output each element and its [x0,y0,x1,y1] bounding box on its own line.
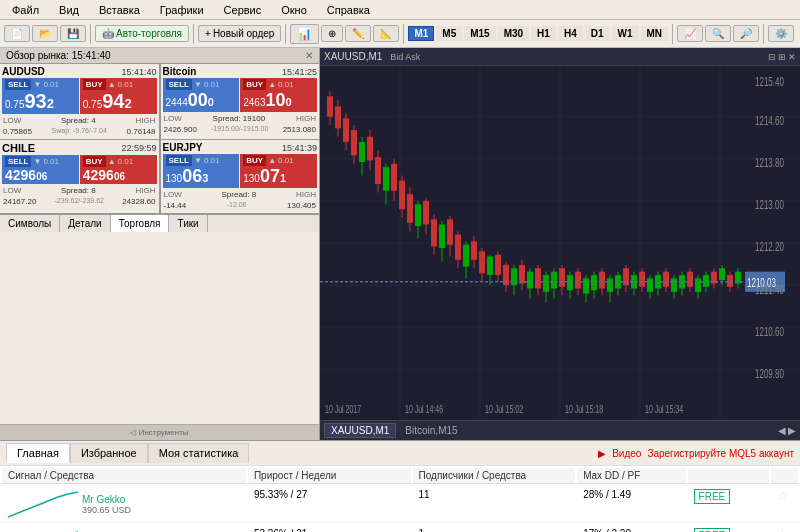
menu-charts[interactable]: Графики [156,3,208,17]
signal-1-star[interactable]: ☆ [777,489,788,503]
svg-text:1214.60: 1214.60 [755,113,784,128]
chart-scroll-right[interactable]: ▶ [788,425,796,436]
svg-text:10 Jul 14:46: 10 Jul 14:46 [405,402,443,415]
signal-2-subscribe[interactable]: FREE [694,528,731,532]
audusd-buy-price: 0.75 94 2 [83,90,154,113]
chile-buy-sup: 06 [114,171,125,182]
tab-details[interactable]: Детали [60,215,110,232]
svg-rect-105 [695,278,701,291]
audusd-sell-sup: 2 [47,96,54,111]
chile-sell-area[interactable]: SELL ▼ 0.01 4296 06 [2,155,79,184]
eurjpy-buy-label[interactable]: BUY [243,155,266,166]
signals-tab-home[interactable]: Главная [6,443,70,463]
eurjpy-buy-area[interactable]: BUY ▲ 0.01 130 07 1 [240,154,317,188]
btc-name[interactable]: Bitcoin [163,66,197,77]
chart-tool-2[interactable]: ⊕ [321,25,343,42]
btc-sell-label[interactable]: SELL [166,79,192,90]
chart-maximize[interactable]: ⊞ [778,52,786,62]
svg-rect-19 [351,130,357,155]
sidebar-toggle-btn[interactable]: ◁ Инструменты [0,424,319,440]
tf-w1[interactable]: W1 [612,26,639,41]
audusd-spread: Spread: 4 [61,116,96,125]
ticker-chile: CHILE 22:59:59 SELL ▼ 0.01 4296 [0,140,160,213]
menu-file[interactable]: Файл [8,3,43,17]
register-link[interactable]: Зарегистрируйте MQL5 аккаунт [647,448,794,459]
tab-trading[interactable]: Торговля [111,215,170,232]
menu-window[interactable]: Окно [277,3,311,17]
zoom-out-button[interactable]: 🔎 [733,25,759,42]
audusd-buy-area[interactable]: BUY ▲ 0.01 0.75 94 2 [80,78,157,114]
tf-h4[interactable]: H4 [558,26,583,41]
signal-1-star-cell: ☆ [771,486,798,523]
btc-sell-delta: ▼ [194,80,202,89]
open-button[interactable]: 📂 [32,25,58,42]
btc-sell-area[interactable]: SELL ▼ 0.01 2444 00 0 [163,78,240,112]
properties-button[interactable]: ⚙️ [768,25,794,42]
eurjpy-sell-prefix: 130 [166,173,183,184]
tab-ticks[interactable]: Тики [169,215,207,232]
svg-rect-93 [647,278,653,291]
signals-tab-my-stats[interactable]: Моя статистика [148,443,250,463]
tf-m15[interactable]: M15 [464,26,495,41]
chart-tool-4[interactable]: 📐 [373,25,399,42]
btc-buy-label[interactable]: BUY [243,79,266,90]
tf-mn[interactable]: MN [641,26,669,41]
signal-1-sparkline [8,489,78,519]
audusd-name[interactable]: AUDUSD [2,66,45,77]
signals-links: ▶ Видео Зарегистрируйте MQL5 аккаунт [598,448,794,459]
signal-2-subscribers: 1 [413,525,576,532]
tf-d1[interactable]: D1 [585,26,610,41]
chart-scroll-left[interactable]: ◀ [778,425,786,436]
auto-trading-button[interactable]: 🤖 Авто-торговля [95,25,189,42]
menu-help[interactable]: Справка [323,3,374,17]
btc-sell-big: 00 [188,90,208,111]
audusd-buy-label[interactable]: BUY [83,79,106,90]
tab-symbols[interactable]: Символы [0,215,60,232]
eurjpy-buy-prefix: 130 [243,173,260,184]
signals-tab-favorites[interactable]: Избранное [70,443,148,463]
main-toolbar: 📄 📂 💾 🤖 Авто-торговля + Новый ордер 📊 ⊕ … [0,20,800,48]
eurjpy-sell-area[interactable]: SELL ▼ 0.01 130 06 3 [163,154,240,188]
signal-1-subscribe[interactable]: FREE [694,489,731,504]
eurjpy-buy-sup: 1 [280,172,286,184]
indicator-button[interactable]: 📈 [677,25,703,42]
chile-buy-area[interactable]: BUY ▲ 0.01 4296 06 [80,155,157,184]
new-chart-button[interactable]: 📄 [4,25,30,42]
tf-h1[interactable]: H1 [531,26,556,41]
audusd-sell-area[interactable]: SELL ▼ 0.01 0.75 93 2 [2,78,79,114]
zoom-in-button[interactable]: 🔍 [705,25,731,42]
audusd-sell-label[interactable]: SELL [5,79,31,90]
svg-rect-41 [439,224,445,248]
tf-m30[interactable]: M30 [498,26,529,41]
menu-view[interactable]: Вид [55,3,83,17]
eurjpy-name[interactable]: EURJPY [163,142,203,153]
menu-insert[interactable]: Вставка [95,3,144,17]
chile-name[interactable]: CHILE [2,142,35,154]
btc-buy-area[interactable]: BUY ▲ 0.01 2463 10 0 [240,78,317,112]
new-order-button[interactable]: + Новый ордер [198,25,281,42]
chart-tab-xauusd[interactable]: XAUUSD,M1 [324,423,396,438]
svg-text:1215.40: 1215.40 [755,74,784,89]
market-watch-close[interactable]: ✕ [305,50,313,61]
save-button[interactable]: 💾 [60,25,86,42]
tf-m5[interactable]: M5 [436,26,462,41]
video-link[interactable]: Видео [612,448,641,459]
chart-tool-3[interactable]: ✏️ [345,25,371,42]
signal-1-name[interactable]: Mr Gekko [82,494,131,505]
menu-service[interactable]: Сервис [220,3,266,17]
chile-sell-label[interactable]: SELL [5,156,31,167]
chile-buy-label[interactable]: BUY [83,156,106,167]
eurjpy-sell-label[interactable]: SELL [166,155,192,166]
tf-m1[interactable]: M1 [408,26,434,41]
eurjpy-spread: Spread: 8 [222,190,257,199]
chart-symbol-label: XAUUSD,M1 [324,51,382,62]
chart-tab-bitcoin[interactable]: Bitcoin,M15 [398,423,464,438]
chart-minimize[interactable]: ⊟ [768,52,776,62]
col-growth: Прирост / Недели [248,468,411,484]
signals-tabs: Главная Избранное Моя статистика [6,443,249,463]
signal-2-star[interactable]: ☆ [777,528,788,532]
svg-rect-27 [383,167,389,191]
chart-close[interactable]: ✕ [788,52,796,62]
chart-canvas[interactable]: 1210.03 10 Jul 2017 10 Jul 14:46 10 Jul … [320,66,800,420]
chart-tool-1[interactable]: 📊 [290,24,319,44]
